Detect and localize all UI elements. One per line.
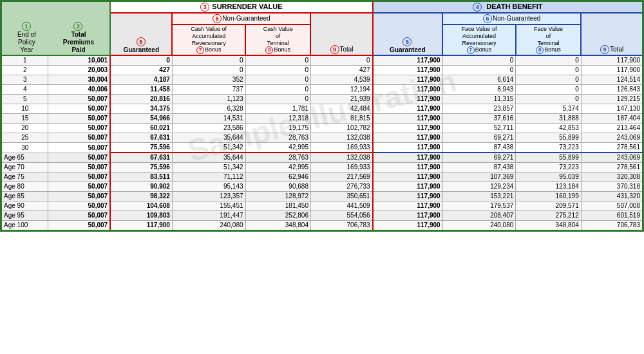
cell-db-guaranteed: 117,900 [373, 211, 442, 221]
cell-sv-total: 132,038 [310, 133, 372, 143]
table-row: Age 90 50,007 104,608 155,451 181,450 44… [1, 201, 643, 211]
cell-sv-guaranteed: 98,322 [110, 192, 172, 201]
cell-premiums: 50,007 [48, 104, 110, 114]
cell-db-ng-acc: 0 [442, 66, 516, 75]
cell-premiums: 50,007 [48, 182, 110, 192]
circle-3: 3 [200, 3, 209, 12]
table-row: 30 50,007 75,596 51,342 42,995 169,933 1… [1, 143, 643, 153]
cell-premiums: 50,007 [48, 163, 110, 172]
cell-db-ng-term: 209,571 [516, 201, 581, 211]
cell-sv-ng-term: 19,175 [245, 124, 310, 133]
cell-sv-total: 350,651 [310, 192, 372, 201]
cell-sv-ng-term: 128,972 [245, 192, 310, 201]
cell-year: Age 100 [1, 221, 48, 231]
cell-sv-ng-acc: 95,143 [172, 182, 245, 192]
cell-sv-ng-acc: 23,586 [172, 124, 245, 133]
cell-sv-guaranteed: 104,608 [110, 201, 172, 211]
cell-year: 4 [1, 85, 48, 95]
cell-sv-ng-acc: 35,644 [172, 153, 245, 163]
cell-sv-ng-term: 0 [245, 75, 310, 85]
cell-sv-guaranteed: 117,900 [110, 221, 172, 231]
cell-db-total: 187,404 [581, 114, 643, 124]
table-row: 3 30,004 4,187 352 0 4,539 117,900 6,614… [1, 75, 643, 85]
header-sv-ng: 6Non-Guaranteed [172, 13, 310, 24]
cell-sv-total: 554,056 [310, 211, 372, 221]
cell-premiums: 50,007 [48, 133, 110, 143]
cell-sv-ng-term: 348,804 [245, 221, 310, 231]
cell-sv-guaranteed: 20,816 [110, 95, 172, 104]
circle-6-sv: 6 [213, 14, 222, 23]
cell-year: 3 [1, 75, 48, 85]
table-row: 5 50,007 20,816 1,123 0 21,939 117,900 1… [1, 95, 643, 104]
cell-db-ng-term: 0 [516, 75, 581, 85]
cell-sv-ng-acc: 51,342 [172, 163, 245, 172]
cell-sv-ng-term: 28,763 [245, 133, 310, 143]
cell-premiums: 50,007 [48, 114, 110, 124]
cell-sv-guaranteed: 83,511 [110, 172, 172, 182]
header-db-ng-face-term: Face ValueofTerminal8Bonus [516, 24, 581, 55]
cell-premiums: 50,007 [48, 221, 110, 231]
cell-sv-guaranteed: 75,596 [110, 163, 172, 172]
table-row: 4 40,006 11,458 737 0 12,194 117,900 8,9… [1, 85, 643, 95]
cell-sv-ng-acc: 0 [172, 55, 245, 66]
cell-year: Age 80 [1, 182, 48, 192]
cell-year: Age 70 [1, 163, 48, 172]
cell-sv-guaranteed: 67,631 [110, 153, 172, 163]
cell-db-ng-term: 123,184 [516, 182, 581, 192]
cell-db-guaranteed: 117,900 [373, 172, 442, 182]
cell-db-total: 147,130 [581, 104, 643, 114]
cell-db-ng-term: 0 [516, 55, 581, 66]
cell-db-ng-term: 73,223 [516, 143, 581, 153]
cell-year: 20 [1, 124, 48, 133]
header-row-1: 1 End of Policy Year 2 Total Premiums Pa… [1, 1, 643, 14]
cell-sv-ng-term: 28,763 [245, 153, 310, 163]
cell-sv-guaranteed: 34,375 [110, 104, 172, 114]
cell-db-ng-acc: 6,614 [442, 75, 516, 85]
header-db-ng-face-acc: Face Value ofAccumulatedReversionary7Bon… [442, 24, 516, 55]
cell-sv-guaranteed: 109,803 [110, 211, 172, 221]
header-db-total: 9Total [581, 13, 643, 55]
cell-db-ng-term: 95,039 [516, 172, 581, 182]
cell-db-ng-acc: 107,369 [442, 172, 516, 182]
cell-db-guaranteed: 117,900 [373, 85, 442, 95]
table-row: 15 50,007 54,966 14,531 12,318 81,815 11… [1, 114, 643, 124]
circle-5-sv: 5 [137, 37, 146, 46]
cell-db-ng-acc: 129,234 [442, 182, 516, 192]
cell-sv-ng-term: 252,806 [245, 211, 310, 221]
table-body: 1 10,001 0 0 0 0 117,900 0 0 117,900 2 2… [1, 55, 643, 231]
cell-premiums: 20,003 [48, 66, 110, 75]
cell-sv-total: 169,933 [310, 163, 372, 172]
cell-db-guaranteed: 117,900 [373, 133, 442, 143]
cell-db-ng-acc: 87,438 [442, 163, 516, 172]
cell-db-ng-term: 275,212 [516, 211, 581, 221]
cell-db-total: 278,561 [581, 143, 643, 153]
cell-sv-ng-acc: 155,451 [172, 201, 245, 211]
cell-sv-ng-term: 90,688 [245, 182, 310, 192]
cell-db-ng-term: 0 [516, 95, 581, 104]
cell-premiums: 50,007 [48, 143, 110, 153]
cell-db-ng-term: 42,853 [516, 124, 581, 133]
cell-db-guaranteed: 117,900 [373, 221, 442, 231]
header-sv-total: 9Total [310, 13, 372, 55]
cell-db-ng-acc: 52,711 [442, 124, 516, 133]
table-row: 10 50,007 34,375 6,328 1,781 42,484 117,… [1, 104, 643, 114]
header-sv-ng-cash-term: Cash ValueofTerminal8Bonus [245, 24, 310, 55]
cell-sv-ng-term: 12,318 [245, 114, 310, 124]
cell-sv-total: 81,815 [310, 114, 372, 124]
cell-db-ng-acc: 11,315 [442, 95, 516, 104]
cell-sv-total: 217,569 [310, 172, 372, 182]
cell-db-total: 370,318 [581, 182, 643, 192]
cell-sv-ng-term: 42,995 [245, 143, 310, 153]
table-row: 2 20,003 427 0 0 427 117,900 0 0 117,900 [1, 66, 643, 75]
cell-sv-ng-term: 0 [245, 55, 310, 66]
cell-year: Age 90 [1, 201, 48, 211]
cell-premiums: 50,007 [48, 201, 110, 211]
cell-sv-ng-acc: 14,531 [172, 114, 245, 124]
cell-sv-total: 21,939 [310, 95, 372, 104]
cell-sv-ng-term: 0 [245, 85, 310, 95]
cell-sv-total: 441,509 [310, 201, 372, 211]
table-row: 1 10,001 0 0 0 0 117,900 0 0 117,900 [1, 55, 643, 66]
cell-db-ng-term: 31,888 [516, 114, 581, 124]
cell-db-ng-acc: 208,407 [442, 211, 516, 221]
circle-5-db: 5 [402, 37, 412, 46]
